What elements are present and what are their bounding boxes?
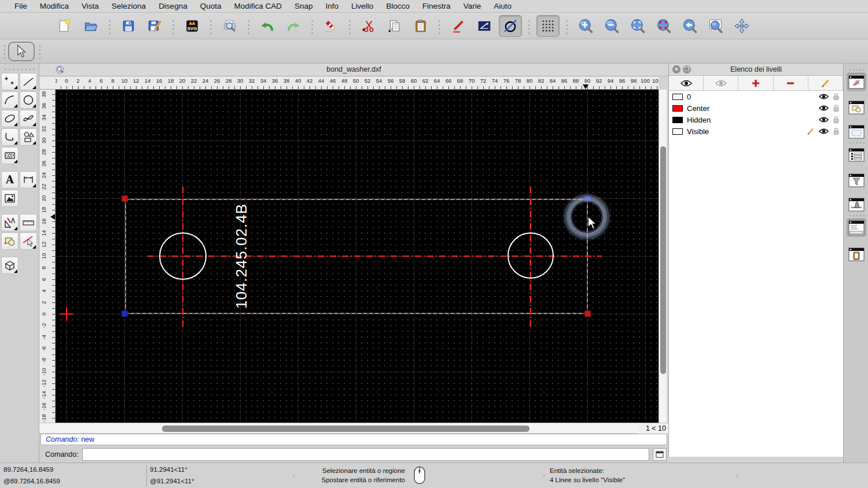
menu-item-modifica[interactable]: Modifica [34, 2, 75, 10]
layer-row-hidden[interactable]: Hidden [669, 114, 843, 125]
toolbar-grip[interactable] [3, 44, 6, 59]
menu-item-info[interactable]: Info [319, 2, 345, 10]
vertical-scrollbar[interactable] [659, 90, 667, 423]
drawing-preferences-button[interactable] [473, 15, 496, 37]
handle-bottom-right[interactable] [584, 310, 591, 317]
hole-circle-left[interactable] [159, 232, 207, 280]
undo-button[interactable] [256, 15, 279, 37]
add-layer-button[interactable] [738, 76, 773, 90]
part-label-text[interactable]: 104.245.02.4B [233, 204, 251, 309]
draft-mode-button[interactable] [499, 15, 522, 37]
selection-filter-dock-button[interactable] [847, 171, 866, 190]
drawing-preferences-icon [477, 19, 492, 34]
zoom-selection-button[interactable] [652, 15, 675, 37]
edit-layer-button[interactable] [808, 76, 843, 90]
layer-row-center[interactable]: Center [669, 102, 843, 114]
zoom-out-icon [604, 18, 620, 34]
command-line-dock-button[interactable] [847, 219, 866, 237]
hatch-tool[interactable] [1, 147, 19, 164]
horizontal-scrollbar-thumb[interactable] [162, 426, 529, 432]
layer-visible-icon[interactable] [819, 116, 829, 123]
line-tool[interactable] [20, 73, 37, 90]
block-list-dock-button[interactable] [847, 98, 866, 117]
edit-pen-button[interactable] [447, 15, 470, 37]
zoom-window-button[interactable] [704, 15, 727, 37]
menu-item-snap[interactable]: Snap [288, 2, 319, 10]
zoom-in-button[interactable] [574, 15, 597, 37]
drawing-canvas[interactable]: 104.245.02.4B [56, 90, 659, 423]
remove-layer-button[interactable] [774, 76, 808, 90]
handle-bottom-left[interactable] [122, 310, 128, 317]
menu-item-aiuto[interactable]: Aiuto [487, 2, 518, 10]
menu-item-modifica-cad[interactable]: Modifica CAD [227, 2, 288, 10]
layer-row-0[interactable]: 0 [669, 91, 843, 102]
polyline-tool[interactable] [1, 128, 19, 146]
redo-button[interactable] [282, 15, 305, 37]
block-tool[interactable] [1, 232, 19, 250]
menu-item-disegna[interactable]: Disegna [152, 2, 194, 10]
dimension-tool[interactable] [20, 171, 37, 188]
export-svg-button[interactable]: SVG [181, 15, 204, 37]
drafting-tools[interactable] [1, 214, 19, 231]
menu-item-quota[interactable]: Quota [194, 2, 228, 10]
image-tool[interactable] [1, 190, 19, 207]
grid-icon [540, 18, 556, 34]
new-file-button[interactable] [53, 15, 76, 37]
cut-button[interactable] [357, 15, 380, 37]
selection-tool-button[interactable] [8, 42, 35, 61]
text-tool[interactable]: A [1, 171, 19, 188]
horizontal-scrollbar[interactable] [39, 423, 638, 434]
show-all-layers-button[interactable] [669, 76, 704, 90]
hole-circle-right[interactable] [507, 232, 554, 279]
pen-settings-dock-button[interactable] [847, 195, 866, 214]
clipboard-dock-button[interactable] [847, 245, 866, 264]
hide-all-layers-button[interactable] [704, 76, 738, 90]
shapes-tool[interactable] [20, 128, 37, 146]
spline-tool[interactable] [20, 110, 37, 127]
command-detach-button[interactable] [653, 448, 667, 461]
menu-item-blocco[interactable]: Blocco [380, 2, 416, 10]
points-tool[interactable] [1, 73, 19, 90]
line-selection-tool[interactable] [20, 232, 37, 250]
layer-lock-icon[interactable] [833, 104, 840, 112]
menu-item-varie[interactable]: Varie [457, 2, 488, 10]
vertical-scrollbar-thumb[interactable] [660, 146, 666, 374]
print-preview-button[interactable] [218, 15, 241, 37]
layer-lock-icon[interactable] [833, 116, 840, 124]
save-button[interactable] [117, 15, 140, 37]
toolbar-grip[interactable] [38, 44, 42, 59]
layer-list-dock-button[interactable] [847, 73, 866, 91]
grid-toggle-button[interactable] [536, 15, 560, 37]
menu-item-file[interactable]: File [8, 2, 34, 10]
layer-lock-icon[interactable] [833, 93, 840, 101]
copy-button[interactable] [383, 15, 406, 37]
layer-visible-icon[interactable] [819, 93, 829, 100]
zoom-previous-button[interactable] [678, 15, 701, 37]
library-browser-dock-button[interactable] [847, 123, 866, 141]
open-file-button[interactable] [79, 15, 102, 37]
pan-button[interactable] [730, 15, 753, 37]
handle-top-left[interactable] [122, 195, 128, 202]
solid-3d-tool[interactable] [1, 257, 19, 274]
layer-row-visible[interactable]: Visible [669, 125, 843, 137]
menu-item-vista[interactable]: Vista [75, 2, 105, 10]
circle-tool[interactable] [20, 91, 37, 109]
menu-item-seleziona[interactable]: Seleziona [105, 2, 152, 10]
palette-grip[interactable] [3, 66, 35, 72]
zoom-auto-button[interactable] [626, 15, 649, 37]
measure-tool[interactable] [20, 214, 37, 231]
menu-item-livello[interactable]: Livello [345, 2, 380, 10]
layer-visible-icon[interactable] [819, 105, 829, 112]
layer-visible-icon[interactable] [819, 128, 829, 135]
paste-button[interactable] [409, 15, 432, 37]
layer-lock-icon[interactable] [833, 127, 840, 135]
arc-tool[interactable] [1, 91, 19, 109]
delete-entities-button[interactable] [319, 15, 343, 37]
ellipse-tool[interactable] [1, 110, 19, 127]
property-editor-dock-icon [848, 148, 865, 162]
command-input[interactable] [82, 448, 649, 461]
property-editor-dock-button[interactable] [847, 146, 866, 164]
zoom-out-button[interactable] [600, 15, 623, 37]
save-as-button[interactable] [143, 15, 166, 37]
menu-item-finestra[interactable]: Finestra [416, 2, 457, 10]
